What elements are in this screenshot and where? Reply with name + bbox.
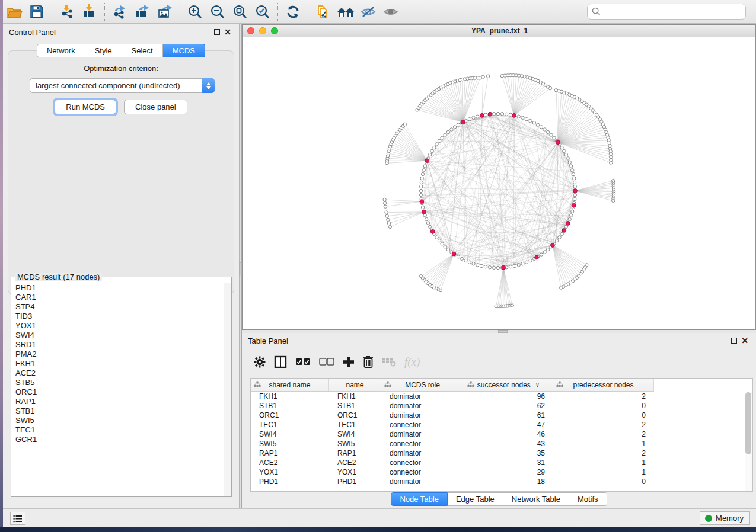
network-window-titlebar[interactable]: YPA_prune.txt_1 xyxy=(243,25,755,37)
column-header-name[interactable]: name xyxy=(329,379,381,391)
network-node[interactable] xyxy=(495,305,497,307)
network-node[interactable] xyxy=(529,259,532,262)
table-row[interactable]: ACE2ACE2connector311 xyxy=(251,458,752,467)
network-node[interactable] xyxy=(486,75,489,78)
network-node[interactable] xyxy=(384,205,387,208)
network-node[interactable] xyxy=(546,130,549,133)
network-node[interactable] xyxy=(536,123,539,126)
zoom-out-icon[interactable] xyxy=(206,2,229,21)
network-node[interactable] xyxy=(571,169,574,172)
network-node[interactable] xyxy=(387,222,390,225)
tab-mcds[interactable]: MCDS xyxy=(163,44,205,57)
mcds-hub-node[interactable] xyxy=(573,189,578,193)
network-node[interactable] xyxy=(517,115,520,118)
search-input[interactable] xyxy=(604,7,741,16)
mcds-result-item[interactable]: RAP1 xyxy=(15,397,224,406)
network-node[interactable] xyxy=(422,169,425,172)
network-node[interactable] xyxy=(517,264,520,267)
mcds-hub-node[interactable] xyxy=(572,203,576,207)
network-node[interactable] xyxy=(419,193,422,196)
network-node[interactable] xyxy=(403,123,406,126)
first-neighbors-icon[interactable] xyxy=(334,2,357,21)
mcds-result-item[interactable]: TID3 xyxy=(15,312,224,321)
network-node[interactable] xyxy=(573,193,576,196)
mcds-hub-node[interactable] xyxy=(562,229,566,233)
network-node[interactable] xyxy=(548,86,551,89)
zoom-fit-icon[interactable] xyxy=(229,2,251,21)
mcds-hub-node[interactable] xyxy=(551,243,555,248)
hide-selected-icon[interactable] xyxy=(357,2,379,21)
mcds-hub-node[interactable] xyxy=(420,200,424,204)
network-node[interactable] xyxy=(428,225,431,228)
import-table-icon[interactable] xyxy=(78,2,101,21)
export-network-icon[interactable] xyxy=(109,2,131,21)
close-panel-button[interactable]: Close panel xyxy=(124,100,187,114)
network-node[interactable] xyxy=(480,264,483,267)
network-node[interactable] xyxy=(468,261,471,264)
network-node[interactable] xyxy=(560,286,563,289)
float-table-panel-icon[interactable] xyxy=(729,335,739,346)
network-node[interactable] xyxy=(450,128,453,131)
run-mcds-button[interactable]: Run MCDS xyxy=(55,100,116,114)
network-node[interactable] xyxy=(481,75,484,78)
mcds-result-item[interactable]: ACE2 xyxy=(15,368,224,378)
network-node[interactable] xyxy=(543,128,546,131)
network-node[interactable] xyxy=(444,133,446,136)
network-node[interactable] xyxy=(525,261,528,264)
network-node[interactable] xyxy=(558,236,561,239)
network-node[interactable] xyxy=(476,264,479,267)
network-node[interactable] xyxy=(563,149,566,152)
clone-network-icon[interactable] xyxy=(312,2,334,21)
tab-motifs[interactable]: Motifs xyxy=(569,492,607,506)
export-table-icon[interactable] xyxy=(131,2,154,21)
tab-node-table[interactable]: Node Table xyxy=(391,492,448,506)
mcds-hub-node[interactable] xyxy=(556,140,560,145)
mcds-hub-node[interactable] xyxy=(502,265,506,270)
network-node[interactable] xyxy=(492,112,495,115)
optimization-criterion-dropdown[interactable]: largest connected component (undirected) xyxy=(30,78,215,93)
network-node[interactable] xyxy=(444,245,446,248)
network-node[interactable] xyxy=(457,255,460,258)
network-node[interactable] xyxy=(505,113,508,116)
zoom-in-icon[interactable] xyxy=(184,2,206,21)
select-all-icon[interactable] xyxy=(295,358,311,366)
refresh-icon[interactable] xyxy=(282,2,304,21)
mcds-hub-node[interactable] xyxy=(452,252,456,256)
save-session-icon[interactable] xyxy=(25,2,48,21)
network-node[interactable] xyxy=(420,181,423,184)
export-image-icon[interactable] xyxy=(154,2,176,21)
network-node[interactable] xyxy=(569,214,572,217)
mcds-result-item[interactable]: STB1 xyxy=(15,406,224,416)
network-node[interactable] xyxy=(484,113,487,116)
network-node[interactable] xyxy=(446,248,449,251)
network-node[interactable] xyxy=(543,251,546,254)
mcds-result-item[interactable]: SWI4 xyxy=(15,331,224,340)
network-node[interactable] xyxy=(560,232,563,235)
network-node[interactable] xyxy=(388,225,391,228)
close-panel-icon[interactable]: ✕ xyxy=(222,27,233,37)
network-node[interactable] xyxy=(492,266,495,269)
network-node[interactable] xyxy=(430,149,433,152)
network-node[interactable] xyxy=(569,165,572,168)
table-scrollbar-thumb[interactable] xyxy=(745,392,751,454)
network-node[interactable] xyxy=(484,265,487,268)
network-node[interactable] xyxy=(460,257,463,260)
network-node[interactable] xyxy=(560,146,563,149)
table-scrollbar-track[interactable] xyxy=(745,392,752,491)
network-node[interactable] xyxy=(472,116,475,119)
network-node[interactable] xyxy=(419,274,422,277)
network-node[interactable] xyxy=(568,161,571,164)
network-node[interactable] xyxy=(573,181,576,184)
network-node[interactable] xyxy=(609,161,612,164)
network-node[interactable] xyxy=(419,189,422,192)
network-node[interactable] xyxy=(423,165,426,168)
show-column-icon[interactable] xyxy=(274,355,287,368)
tab-edge-table[interactable]: Edge Table xyxy=(448,492,503,506)
network-node[interactable] xyxy=(453,126,456,129)
import-network-icon[interactable] xyxy=(56,2,78,21)
close-table-panel-icon[interactable]: ✕ xyxy=(739,335,750,346)
network-node[interactable] xyxy=(509,265,512,268)
table-row[interactable]: RAP1RAP1dominator352 xyxy=(251,448,752,458)
network-node[interactable] xyxy=(500,112,503,115)
network-node[interactable] xyxy=(496,112,499,115)
